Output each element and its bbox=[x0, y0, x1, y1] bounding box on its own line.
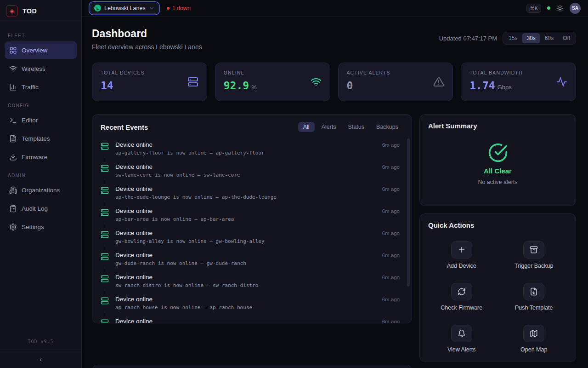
file-text-icon bbox=[9, 135, 17, 143]
wifi-icon bbox=[311, 76, 322, 87]
event-title: Device online bbox=[115, 274, 377, 281]
stat-online: ONLINE 92.9 % bbox=[215, 63, 330, 101]
server-icon bbox=[187, 76, 198, 87]
sidebar: ◈ TOD FLEET Overview Wireless Traffic CO… bbox=[0, 0, 82, 368]
event-detail: ap-ranch-house is now online — ap-ranch-… bbox=[115, 305, 377, 310]
app-root: ◈ TOD FLEET Overview Wireless Traffic CO… bbox=[0, 0, 588, 368]
interval-off-button[interactable]: Off bbox=[558, 33, 575, 43]
server-icon bbox=[101, 163, 110, 178]
sidebar-collapse-button[interactable]: ‹ bbox=[0, 350, 81, 368]
sidebar-item-organizations[interactable]: Organizations bbox=[5, 181, 77, 199]
filter-all-button[interactable]: All bbox=[298, 122, 315, 132]
filter-backups-button[interactable]: Backups bbox=[371, 122, 403, 132]
add-device-button[interactable]: Add Device bbox=[428, 236, 495, 273]
alert-summary-title: Alert Summary bbox=[428, 122, 567, 130]
event-row[interactable]: Device online sw-lane-core is now online… bbox=[101, 160, 403, 182]
event-row[interactable]: Device online sw-ranch-distro is now onl… bbox=[101, 270, 403, 292]
event-body: Device online ap-bar-area is now online … bbox=[115, 207, 377, 222]
stat-text: TOTAL DEVICES 14 bbox=[101, 70, 145, 94]
check-firmware-button[interactable]: Check Firmware bbox=[428, 277, 495, 315]
sidebar-item-traffic[interactable]: Traffic bbox=[5, 78, 77, 96]
page-content: Dashboard Fleet overview across Lebowski… bbox=[82, 17, 588, 368]
interval-15s-button[interactable]: 15s bbox=[504, 33, 522, 43]
sidebar-item-firmware[interactable]: Firmware bbox=[5, 148, 77, 166]
topbar: L Lebowski Lanes 1 down ⌘K SA bbox=[82, 0, 588, 17]
map-icon bbox=[523, 325, 544, 342]
sidebar-item-overview[interactable]: Overview bbox=[5, 41, 77, 59]
app-logo-icon: ◈ bbox=[6, 5, 18, 17]
theme-toggle-button[interactable] bbox=[556, 5, 564, 12]
page-header-right: Updated 07:47:17 PM 15s 30s 60s Off bbox=[439, 32, 576, 45]
trigger-backup-button[interactable]: Trigger Backup bbox=[501, 236, 568, 273]
event-body: Device online ap-ranch-house is now onli… bbox=[115, 296, 377, 310]
event-row[interactable]: Device online ap-the-dude-lounge is now … bbox=[101, 182, 403, 204]
server-icon bbox=[101, 296, 110, 310]
file-down-icon bbox=[523, 283, 544, 300]
server-icon bbox=[101, 185, 110, 200]
sidebar-item-settings[interactable]: Settings bbox=[5, 218, 77, 236]
sidebar-item-label: Traffic bbox=[22, 84, 39, 91]
event-row[interactable]: Device online ap-ranch-house is now onli… bbox=[101, 292, 403, 314]
event-row[interactable]: Device online gw-bowling-alley is now on… bbox=[101, 226, 403, 248]
down-status: 1 down bbox=[167, 5, 191, 12]
user-avatar[interactable]: SA bbox=[570, 3, 581, 14]
event-detail: sw-lane-core is now online — sw-lane-cor… bbox=[115, 172, 377, 178]
chevron-down-icon bbox=[149, 6, 154, 11]
filter-alerts-button[interactable]: Alerts bbox=[317, 122, 341, 132]
action-label: Push Template bbox=[515, 305, 553, 311]
next-panel-partial bbox=[92, 365, 412, 368]
alert-status-text: All Clear bbox=[484, 167, 512, 175]
stat-cards: TOTAL DEVICES 14 ONLINE 92.9 bbox=[92, 63, 576, 101]
action-label: Check Firmware bbox=[441, 305, 482, 311]
health-dot-icon bbox=[547, 6, 550, 10]
stat-label: TOTAL DEVICES bbox=[101, 70, 145, 75]
event-title: Device online bbox=[115, 318, 377, 323]
action-label: Add Device bbox=[447, 263, 476, 269]
download-icon bbox=[9, 153, 17, 161]
sidebar-item-label: Audit Log bbox=[22, 205, 48, 212]
alert-summary-panel: Alert Summary All Clear No active alerts bbox=[419, 114, 576, 206]
events-scrollbar[interactable] bbox=[407, 138, 410, 287]
event-title: Device online bbox=[115, 296, 377, 303]
event-body: Device online bbox=[115, 318, 377, 323]
sidebar-item-audit-log[interactable]: Audit Log bbox=[5, 200, 77, 217]
grid-icon bbox=[9, 46, 17, 54]
alert-detail-text: No active alerts bbox=[478, 179, 517, 185]
stat-text: ACTIVE ALERTS 0 bbox=[347, 70, 390, 94]
event-row[interactable]: Device online gw-dude-ranch is now onlin… bbox=[101, 248, 403, 270]
sidebar-item-editor[interactable]: Editor bbox=[5, 111, 77, 129]
nav-section-admin-label: ADMIN bbox=[0, 173, 81, 178]
event-detail: gw-dude-ranch is now online — gw-dude-ra… bbox=[115, 260, 377, 266]
event-time: 6m ago bbox=[382, 318, 400, 323]
org-selector[interactable]: L Lebowski Lanes bbox=[90, 3, 158, 14]
interval-30s-button[interactable]: 30s bbox=[522, 33, 540, 43]
action-label: Trigger Backup bbox=[514, 263, 553, 269]
event-detail: ap-bar-area is now online — ap-bar-area bbox=[115, 216, 377, 222]
event-row[interactable]: Device online ap-gallery-floor is now on… bbox=[101, 138, 403, 160]
events-header: Recent Events All Alerts Status Backups bbox=[101, 122, 403, 132]
interval-60s-button[interactable]: 60s bbox=[540, 33, 558, 43]
stat-value: 1.74 bbox=[469, 80, 495, 92]
server-icon bbox=[101, 141, 110, 156]
event-body: Device online ap-gallery-floor is now on… bbox=[115, 141, 377, 156]
plus-icon bbox=[451, 241, 472, 259]
org-badge: L bbox=[94, 5, 101, 12]
stat-value: 14 bbox=[101, 80, 113, 92]
page-header-left: Dashboard Fleet overview across Lebowski… bbox=[92, 28, 202, 51]
sidebar-item-templates[interactable]: Templates bbox=[5, 130, 77, 147]
server-icon bbox=[101, 252, 110, 266]
event-row[interactable]: Device online ap-bar-area is now online … bbox=[101, 204, 403, 226]
open-map-button[interactable]: Open Map bbox=[501, 319, 568, 356]
alert-summary-body: All Clear No active alerts bbox=[428, 130, 567, 198]
event-detail: ap-the-dude-lounge is now online — ap-th… bbox=[115, 194, 377, 200]
server-icon bbox=[101, 318, 110, 323]
view-alerts-button[interactable]: View Alerts bbox=[428, 319, 495, 356]
nav-section-fleet-label: FLEET bbox=[0, 33, 81, 38]
event-time: 6m ago bbox=[382, 185, 400, 200]
sidebar-item-wireless[interactable]: Wireless bbox=[5, 60, 77, 77]
filter-status-button[interactable]: Status bbox=[343, 122, 369, 132]
building-icon bbox=[9, 186, 17, 194]
event-row[interactable]: Device online 6m ago bbox=[101, 314, 403, 323]
command-palette-hint[interactable]: ⌘K bbox=[526, 4, 541, 13]
push-template-button[interactable]: Push Template bbox=[501, 277, 568, 315]
